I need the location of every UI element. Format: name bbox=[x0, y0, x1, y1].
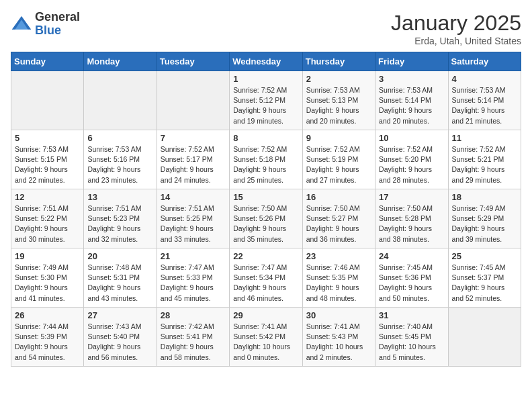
day-cell: 20Sunrise: 7:48 AMSunset: 5:31 PMDayligh… bbox=[84, 248, 157, 308]
day-number: 9 bbox=[306, 133, 371, 143]
day-cell bbox=[84, 71, 157, 130]
day-info: Sunrise: 7:53 AMSunset: 5:13 PMDaylight:… bbox=[306, 85, 371, 126]
day-info: Sunrise: 7:51 AMSunset: 5:23 PMDaylight:… bbox=[87, 203, 152, 244]
day-info: Sunrise: 7:53 AMSunset: 5:14 PMDaylight:… bbox=[452, 85, 517, 126]
day-number: 20 bbox=[87, 251, 152, 261]
week-row-1: 1Sunrise: 7:52 AMSunset: 5:12 PMDaylight… bbox=[11, 71, 521, 130]
day-cell: 22Sunrise: 7:47 AMSunset: 5:34 PMDayligh… bbox=[230, 248, 302, 308]
day-cell: 31Sunrise: 7:40 AMSunset: 5:45 PMDayligh… bbox=[375, 308, 448, 367]
day-info: Sunrise: 7:47 AMSunset: 5:33 PMDaylight:… bbox=[161, 263, 226, 304]
day-info: Sunrise: 7:53 AMSunset: 5:16 PMDaylight:… bbox=[87, 144, 152, 185]
day-info: Sunrise: 7:45 AMSunset: 5:36 PMDaylight:… bbox=[379, 263, 444, 304]
logo-general-text: General bbox=[35, 11, 80, 24]
weekday-header-wednesday: Wednesday bbox=[230, 52, 302, 71]
day-cell: 17Sunrise: 7:50 AMSunset: 5:28 PMDayligh… bbox=[375, 189, 448, 248]
day-cell: 7Sunrise: 7:52 AMSunset: 5:17 PMDaylight… bbox=[157, 130, 229, 189]
calendar-title: January 2025 bbox=[391, 11, 521, 36]
day-number: 7 bbox=[161, 133, 226, 143]
day-cell: 26Sunrise: 7:44 AMSunset: 5:39 PMDayligh… bbox=[11, 308, 84, 367]
day-info: Sunrise: 7:52 AMSunset: 5:17 PMDaylight:… bbox=[161, 144, 226, 185]
week-row-3: 12Sunrise: 7:51 AMSunset: 5:22 PMDayligh… bbox=[11, 189, 521, 248]
day-cell: 14Sunrise: 7:51 AMSunset: 5:25 PMDayligh… bbox=[157, 189, 229, 248]
day-info: Sunrise: 7:45 AMSunset: 5:37 PMDaylight:… bbox=[452, 263, 517, 304]
day-cell: 5Sunrise: 7:53 AMSunset: 5:15 PMDaylight… bbox=[11, 130, 84, 189]
day-cell: 15Sunrise: 7:50 AMSunset: 5:26 PMDayligh… bbox=[230, 189, 302, 248]
day-cell: 13Sunrise: 7:51 AMSunset: 5:23 PMDayligh… bbox=[84, 189, 157, 248]
logo-blue-text: Blue bbox=[35, 24, 80, 38]
day-cell: 12Sunrise: 7:51 AMSunset: 5:22 PMDayligh… bbox=[11, 189, 84, 248]
day-number: 25 bbox=[452, 251, 517, 261]
day-info: Sunrise: 7:46 AMSunset: 5:35 PMDaylight:… bbox=[306, 263, 371, 304]
weekday-header-saturday: Saturday bbox=[448, 52, 521, 71]
day-cell: 1Sunrise: 7:52 AMSunset: 5:12 PMDaylight… bbox=[230, 71, 302, 130]
day-number: 1 bbox=[233, 74, 298, 84]
day-info: Sunrise: 7:41 AMSunset: 5:43 PMDaylight:… bbox=[306, 322, 371, 363]
day-number: 22 bbox=[233, 251, 298, 261]
day-number: 28 bbox=[161, 310, 226, 320]
day-number: 21 bbox=[161, 251, 226, 261]
day-cell bbox=[157, 71, 229, 130]
logo-icon bbox=[11, 13, 32, 35]
day-cell: 24Sunrise: 7:45 AMSunset: 5:36 PMDayligh… bbox=[375, 248, 448, 308]
day-number: 13 bbox=[87, 192, 152, 202]
day-info: Sunrise: 7:51 AMSunset: 5:25 PMDaylight:… bbox=[161, 203, 226, 244]
day-cell bbox=[11, 71, 84, 130]
day-number: 4 bbox=[452, 74, 517, 84]
logo: General Blue bbox=[11, 11, 80, 38]
day-cell: 8Sunrise: 7:52 AMSunset: 5:18 PMDaylight… bbox=[230, 130, 302, 189]
day-number: 30 bbox=[306, 310, 371, 320]
page-header: General Blue January 2025 Erda, Utah, Un… bbox=[11, 11, 521, 46]
day-info: Sunrise: 7:40 AMSunset: 5:45 PMDaylight:… bbox=[379, 322, 444, 363]
day-number: 24 bbox=[379, 251, 444, 261]
day-info: Sunrise: 7:50 AMSunset: 5:27 PMDaylight:… bbox=[306, 203, 371, 244]
day-info: Sunrise: 7:50 AMSunset: 5:28 PMDaylight:… bbox=[379, 203, 444, 244]
day-info: Sunrise: 7:49 AMSunset: 5:30 PMDaylight:… bbox=[15, 263, 80, 304]
day-info: Sunrise: 7:50 AMSunset: 5:26 PMDaylight:… bbox=[233, 203, 298, 244]
day-cell: 16Sunrise: 7:50 AMSunset: 5:27 PMDayligh… bbox=[302, 189, 375, 248]
title-area: January 2025 Erda, Utah, United States bbox=[391, 11, 521, 46]
day-number: 5 bbox=[15, 133, 80, 143]
day-info: Sunrise: 7:52 AMSunset: 5:19 PMDaylight:… bbox=[306, 144, 371, 185]
day-cell: 3Sunrise: 7:53 AMSunset: 5:14 PMDaylight… bbox=[375, 71, 448, 130]
day-info: Sunrise: 7:52 AMSunset: 5:18 PMDaylight:… bbox=[233, 144, 298, 185]
day-cell: 23Sunrise: 7:46 AMSunset: 5:35 PMDayligh… bbox=[302, 248, 375, 308]
day-info: Sunrise: 7:44 AMSunset: 5:39 PMDaylight:… bbox=[15, 322, 80, 363]
calendar-subtitle: Erda, Utah, United States bbox=[391, 36, 521, 46]
day-cell: 11Sunrise: 7:52 AMSunset: 5:21 PMDayligh… bbox=[448, 130, 521, 189]
day-cell: 21Sunrise: 7:47 AMSunset: 5:33 PMDayligh… bbox=[157, 248, 229, 308]
day-number: 26 bbox=[15, 310, 80, 320]
week-row-5: 26Sunrise: 7:44 AMSunset: 5:39 PMDayligh… bbox=[11, 308, 521, 367]
day-number: 14 bbox=[161, 192, 226, 202]
day-number: 19 bbox=[15, 251, 80, 261]
day-cell: 28Sunrise: 7:42 AMSunset: 5:41 PMDayligh… bbox=[157, 308, 229, 367]
day-info: Sunrise: 7:52 AMSunset: 5:12 PMDaylight:… bbox=[233, 85, 298, 126]
weekday-header-sunday: Sunday bbox=[11, 52, 84, 71]
logo-text: General Blue bbox=[35, 11, 80, 38]
day-number: 31 bbox=[379, 310, 444, 320]
day-info: Sunrise: 7:41 AMSunset: 5:42 PMDaylight:… bbox=[233, 322, 298, 363]
day-number: 23 bbox=[306, 251, 371, 261]
weekday-header-thursday: Thursday bbox=[302, 52, 375, 71]
day-cell bbox=[448, 308, 521, 367]
day-number: 16 bbox=[306, 192, 371, 202]
week-row-2: 5Sunrise: 7:53 AMSunset: 5:15 PMDaylight… bbox=[11, 130, 521, 189]
day-number: 18 bbox=[452, 192, 517, 202]
day-number: 3 bbox=[379, 74, 444, 84]
day-info: Sunrise: 7:43 AMSunset: 5:40 PMDaylight:… bbox=[87, 322, 152, 363]
weekday-header-monday: Monday bbox=[84, 52, 157, 71]
day-info: Sunrise: 7:52 AMSunset: 5:21 PMDaylight:… bbox=[452, 144, 517, 185]
day-cell: 27Sunrise: 7:43 AMSunset: 5:40 PMDayligh… bbox=[84, 308, 157, 367]
day-number: 17 bbox=[379, 192, 444, 202]
day-cell: 29Sunrise: 7:41 AMSunset: 5:42 PMDayligh… bbox=[230, 308, 302, 367]
week-row-4: 19Sunrise: 7:49 AMSunset: 5:30 PMDayligh… bbox=[11, 248, 521, 308]
day-cell: 4Sunrise: 7:53 AMSunset: 5:14 PMDaylight… bbox=[448, 71, 521, 130]
day-info: Sunrise: 7:53 AMSunset: 5:15 PMDaylight:… bbox=[15, 144, 80, 185]
day-number: 11 bbox=[452, 133, 517, 143]
day-info: Sunrise: 7:49 AMSunset: 5:29 PMDaylight:… bbox=[452, 203, 517, 244]
day-cell: 18Sunrise: 7:49 AMSunset: 5:29 PMDayligh… bbox=[448, 189, 521, 248]
day-cell: 30Sunrise: 7:41 AMSunset: 5:43 PMDayligh… bbox=[302, 308, 375, 367]
day-info: Sunrise: 7:48 AMSunset: 5:31 PMDaylight:… bbox=[87, 263, 152, 304]
day-number: 29 bbox=[233, 310, 298, 320]
day-cell: 19Sunrise: 7:49 AMSunset: 5:30 PMDayligh… bbox=[11, 248, 84, 308]
day-info: Sunrise: 7:42 AMSunset: 5:41 PMDaylight:… bbox=[161, 322, 226, 363]
